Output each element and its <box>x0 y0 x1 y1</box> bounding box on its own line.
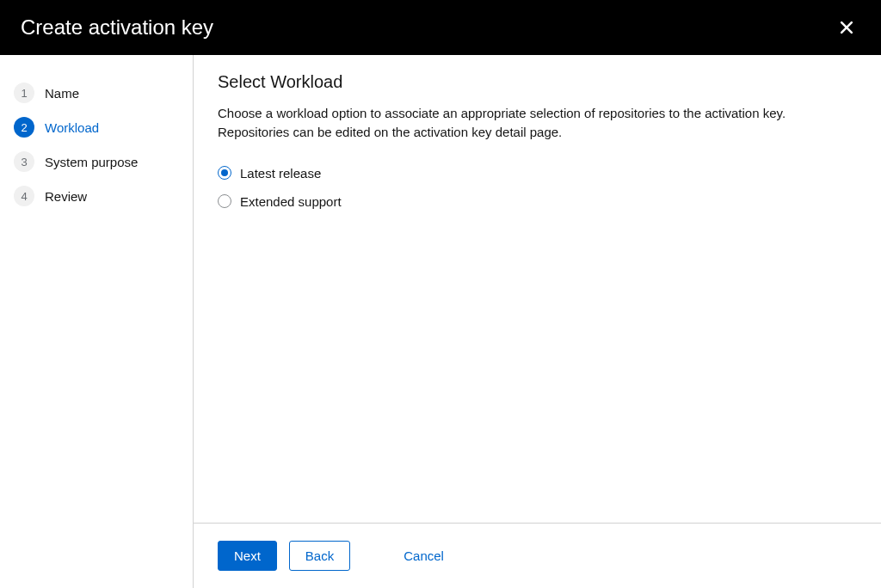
sidebar-step-review[interactable]: 4 Review <box>14 179 179 213</box>
sidebar-step-system-purpose[interactable]: 3 System purpose <box>14 144 179 179</box>
cancel-button[interactable]: Cancel <box>404 542 444 570</box>
wizard-main: Select Workload Choose a workload option… <box>194 55 881 588</box>
workload-radio-group: Latest release Extended support <box>218 166 857 209</box>
step-label: Name <box>45 86 79 101</box>
sidebar-step-name[interactable]: 1 Name <box>14 76 179 110</box>
step-number: 4 <box>14 186 34 206</box>
close-icon <box>838 19 855 36</box>
modal-body: 1 Name 2 Workload 3 System purpose 4 Rev… <box>0 55 881 588</box>
step-number: 3 <box>14 151 34 172</box>
section-title: Select Workload <box>218 72 857 92</box>
back-button[interactable]: Back <box>289 541 350 571</box>
modal-title: Create activation key <box>21 15 213 40</box>
step-label: Review <box>45 189 87 204</box>
main-content: Select Workload Choose a workload option… <box>194 55 881 523</box>
wizard-footer: Next Back Cancel <box>194 523 881 588</box>
step-number: 2 <box>14 117 34 138</box>
radio-label: Latest release <box>240 166 321 181</box>
radio-button-icon <box>218 166 231 180</box>
close-button[interactable] <box>833 14 860 41</box>
step-label: Workload <box>45 120 99 135</box>
radio-latest-release[interactable]: Latest release <box>218 166 857 181</box>
sidebar-step-workload[interactable]: 2 Workload <box>14 110 179 144</box>
step-label: System purpose <box>45 155 138 169</box>
section-description: Choose a workload option to associate an… <box>218 104 854 142</box>
radio-label: Extended support <box>240 194 342 209</box>
step-number: 1 <box>14 83 34 103</box>
wizard-sidebar: 1 Name 2 Workload 3 System purpose 4 Rev… <box>0 55 194 588</box>
next-button[interactable]: Next <box>218 541 277 571</box>
modal-header: Create activation key <box>0 0 881 55</box>
radio-extended-support[interactable]: Extended support <box>218 194 857 209</box>
radio-button-icon <box>218 194 231 208</box>
